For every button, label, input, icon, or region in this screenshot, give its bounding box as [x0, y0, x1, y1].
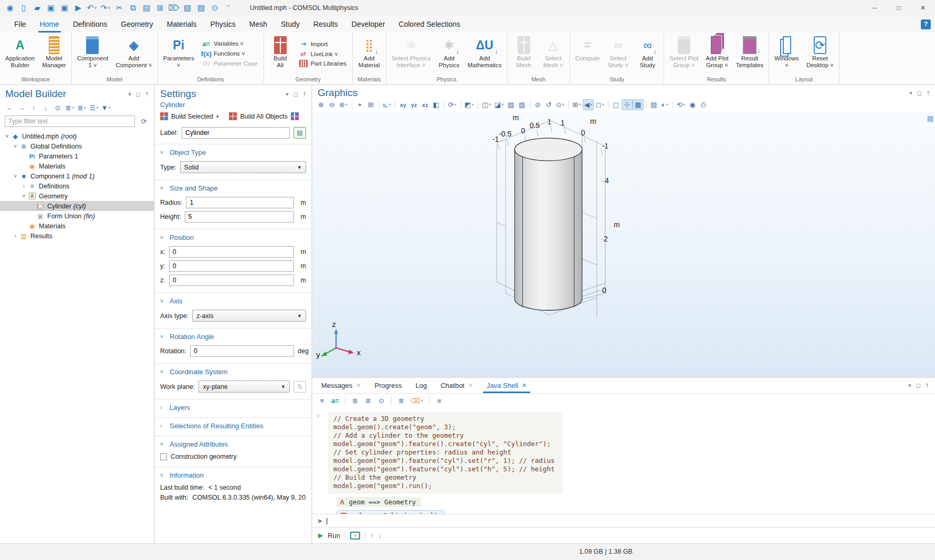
line-numbers-icon[interactable]: ≣	[396, 395, 407, 406]
wireframe-icon[interactable]: ⊞˅	[571, 99, 583, 110]
tree-item-global-definitions[interactable]: ˅⊕Global Definitions	[0, 141, 154, 151]
grid-icon[interactable]: ▦	[633, 99, 644, 110]
tree-item-untitled-mph[interactable]: ˅◆Untitled.mph(root)	[0, 131, 154, 141]
panel-menu-icon[interactable]: ▾	[286, 91, 289, 98]
parameters-button[interactable]: PiParameters ˅	[160, 33, 198, 75]
undo-icon[interactable]: ↶˅	[85, 1, 99, 15]
add-study-button[interactable]: ∞Add Study	[633, 33, 662, 75]
panel-menu-icon[interactable]: ▾	[128, 91, 131, 98]
float-panel-icon[interactable]: ◻	[917, 90, 922, 97]
input-y[interactable]	[169, 260, 294, 272]
visibility-icon[interactable]: ⊙˅	[554, 99, 566, 110]
part-libraries-button[interactable]: Part Libraries	[299, 60, 346, 67]
duplicate-icon[interactable]: ⊞	[153, 1, 167, 15]
print-icon[interactable]: ⎙	[698, 99, 709, 110]
tab-log[interactable]: Log	[409, 378, 434, 393]
decrease-indent-icon[interactable]: ≣	[363, 395, 374, 406]
stop-icon[interactable]: ■	[434, 395, 445, 406]
result-templates-button[interactable]: Result Templates	[732, 33, 767, 75]
tree-item-geometry[interactable]: ˅AGeometry	[0, 191, 154, 201]
clear-selection-icon[interactable]: ▨	[194, 1, 208, 15]
input-rotation[interactable]	[190, 345, 294, 357]
zoom-extents-icon[interactable]: ⌖	[354, 99, 365, 110]
tree-item-form-union[interactable]: ▣Form Union(fin)	[0, 211, 154, 221]
environment-icon[interactable]: ◪˅	[493, 99, 506, 110]
zoom-out-icon[interactable]: ⊖	[327, 99, 338, 110]
float-panel-icon[interactable]: ◻	[293, 91, 298, 98]
tree-item-parameters-1[interactable]: PiParameters 1	[0, 151, 154, 161]
menu-home[interactable]: Home	[33, 16, 66, 33]
livelink-button[interactable]: ⇄LiveLink ˅	[299, 50, 346, 58]
create-selection-icon[interactable]: ▤	[293, 127, 306, 139]
tab-progress[interactable]: Progress	[367, 378, 408, 393]
close-button[interactable]: ✕	[911, 0, 935, 16]
tree-item-materials[interactable]: ◉Materials	[0, 221, 154, 231]
menu-materials[interactable]: Materials	[160, 16, 204, 33]
variables-button[interactable]: a=Variables ˅	[202, 40, 258, 48]
input-x[interactable]	[169, 246, 294, 258]
scene-bounds-icon[interactable]: ▢	[611, 99, 622, 110]
label-input[interactable]	[182, 127, 290, 139]
panel-menu-icon[interactable]: ▾	[909, 90, 912, 97]
menu-colored-selections[interactable]: Colored Selections	[392, 16, 467, 33]
panel-menu-icon[interactable]: ▾	[908, 382, 911, 389]
menu-mesh[interactable]: Mesh	[243, 16, 274, 33]
collapse-icon[interactable]: ˅	[12, 173, 19, 179]
collapse-all-icon[interactable]: ≣˅	[65, 102, 75, 113]
tree-filter-input[interactable]	[5, 115, 135, 127]
sound-icon[interactable]: ◀˅	[583, 99, 594, 110]
update-icon[interactable]: ⟲˅	[675, 99, 687, 110]
pin-panel-icon[interactable]: †	[926, 382, 929, 389]
import-button[interactable]: ⇥Import	[299, 40, 346, 48]
camera-icon[interactable]: ◧	[430, 99, 442, 110]
section-header-selections-of-resulting-entities[interactable]: ›Selections of Resulting Entities	[160, 420, 306, 432]
rotate-view-icon[interactable]: ⟳˅	[446, 99, 458, 110]
rotate-scene-icon[interactable]: ↺	[543, 99, 554, 110]
show-options-icon[interactable]: ⊙	[52, 102, 63, 113]
menu-results[interactable]: Results	[307, 16, 345, 33]
increase-indent-icon[interactable]: ≣	[350, 395, 361, 406]
float-panel-icon[interactable]: ◻	[136, 91, 141, 98]
float-panel-icon[interactable]: ◻	[916, 382, 921, 389]
cylinder-solid[interactable]	[514, 138, 582, 310]
tree-item-results[interactable]: ›▥Results	[0, 231, 154, 241]
section-header-rotation-angle[interactable]: ˅Rotation Angle	[160, 331, 306, 343]
section-header-size-and-shape[interactable]: ˅Size and Shape	[160, 183, 306, 194]
tree-item-definitions[interactable]: ›≡Definitions	[0, 181, 154, 191]
pin-panel-icon[interactable]: †	[927, 90, 930, 97]
projection-icon[interactable]: ◻˅	[594, 99, 605, 110]
build-preceding-icon[interactable]	[291, 112, 299, 120]
input-radius[interactable]	[186, 197, 294, 208]
tree-item-component-1[interactable]: ˅■Component 1(mod 1)	[0, 171, 154, 181]
search-icon[interactable]: ⊙	[208, 1, 222, 15]
comsol-logo-icon[interactable]: ◉	[3, 1, 17, 15]
node-text-icon[interactable]: ☰˅	[89, 102, 99, 113]
save-as-icon[interactable]: ▣	[58, 1, 71, 15]
code-fold-icon[interactable]: ˅	[317, 413, 320, 419]
select-work-plane[interactable]: xy-plane▼	[198, 381, 290, 393]
run-play-icon[interactable]: ▶	[318, 532, 323, 539]
run-icon[interactable]: ▶	[71, 1, 85, 15]
close-tab-icon[interactable]: ✕	[522, 382, 527, 389]
scene-light-icon[interactable]: ◫˅	[480, 99, 493, 110]
section-header-information[interactable]: ˅Information	[160, 470, 306, 481]
redo-icon[interactable]: ↷˅	[99, 1, 112, 15]
move-up-icon[interactable]: ↑	[28, 102, 39, 113]
shell-variables-icon[interactable]: a=	[330, 395, 341, 406]
view-yz-icon[interactable]: yz	[408, 99, 419, 110]
docked-window-tab-icon[interactable]: ▤	[927, 114, 933, 122]
tree-item-materials[interactable]: ◉Materials	[0, 161, 154, 171]
close-tab-icon[interactable]: ✕	[468, 382, 473, 389]
history-up-icon[interactable]: ↑	[370, 532, 374, 540]
go-back-icon[interactable]: ←	[4, 102, 15, 113]
add-mathematics-button[interactable]: ΔUAdd Mathematics	[464, 33, 505, 75]
go-forward-icon[interactable]: →	[16, 102, 27, 113]
customize-toolbar-icon[interactable]: ˇ	[222, 1, 235, 15]
section-header-coordinate-system[interactable]: ˅Coordinate System	[160, 366, 306, 378]
new-file-icon[interactable]: ▯	[17, 1, 30, 15]
build-all-button[interactable]: Build All	[266, 33, 295, 75]
select-box-icon[interactable]: ▧	[506, 99, 517, 110]
snapshot-icon[interactable]: ◉	[687, 99, 698, 110]
menu-study[interactable]: Study	[274, 16, 307, 33]
save-icon[interactable]: ▣	[44, 1, 58, 15]
